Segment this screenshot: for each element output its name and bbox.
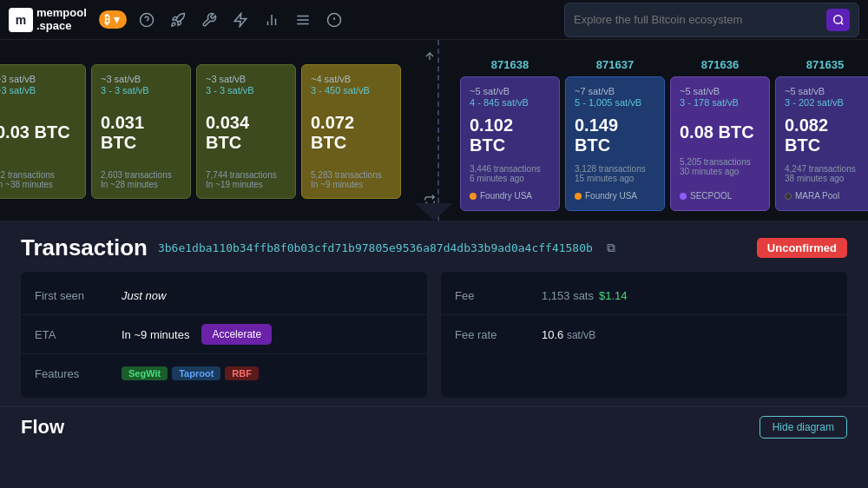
header: m mempool.space ₿ ▾ bbox=[0, 0, 868, 40]
block-sat-range-3: 3 - 3 sat/vB bbox=[206, 85, 286, 96]
conf-pool-3: SECPOOL bbox=[680, 191, 760, 201]
block-txs-4: 5,283 transactions bbox=[311, 170, 391, 180]
copy-icon[interactable]: ⧉ bbox=[607, 241, 615, 255]
features-label: Features bbox=[35, 367, 122, 380]
segwit-badge: SegWit bbox=[122, 366, 168, 380]
nav-icon-help[interactable] bbox=[139, 12, 155, 28]
btc-symbol: ₿ bbox=[104, 13, 110, 26]
conf-sat-range-1: 4 - 845 sat/vB bbox=[470, 97, 550, 108]
pool-dot-1 bbox=[470, 193, 477, 200]
flow-title: Flow bbox=[21, 416, 64, 439]
conf-sat-range-2: 5 - 1,005 sat/vB bbox=[575, 97, 655, 108]
tx-row-eta: ETA In ~9 minutes Accelerate bbox=[21, 315, 427, 354]
tx-row-first-seen: First seen Just now bbox=[21, 277, 427, 315]
search-button[interactable] bbox=[826, 9, 850, 31]
fee-rate-label: Fee rate bbox=[455, 328, 542, 341]
block-time-4: In ~9 minutes bbox=[311, 180, 391, 189]
block-btc-4: 0.072 BTC bbox=[311, 113, 391, 153]
confirmed-block-2[interactable]: 871637 ~7 sat/vB 5 - 1,005 sat/vB 0.149 … bbox=[565, 76, 665, 211]
conf-sat-3: ~5 sat/vB bbox=[680, 86, 760, 96]
eta-value: In ~9 minutes bbox=[122, 328, 189, 341]
tx-row-fee-rate: Fee rate 10.6 sat/vB bbox=[441, 315, 847, 353]
block-sat-2: ~3 sat/vB bbox=[101, 74, 181, 84]
tx-row-fee: Fee 1,153 sats $1.14 bbox=[441, 277, 847, 315]
block-number-1: 871638 bbox=[491, 58, 529, 71]
block-time-2: In ~28 minutes bbox=[101, 180, 181, 189]
block-time-1: In ~38 minutes bbox=[0, 180, 76, 189]
nav-icon-lightning[interactable] bbox=[233, 12, 248, 28]
block-btc-1: 0.03 BTC bbox=[0, 122, 76, 142]
nav-icon-menu[interactable] bbox=[295, 12, 311, 28]
block-sat-range-2: 3 - 3 sat/vB bbox=[101, 85, 181, 96]
sort-icon-top[interactable] bbox=[424, 50, 436, 66]
upcoming-block-1[interactable]: ~3 sat/vB ~3 sat/vB 0.03 BTC 42 transact… bbox=[0, 64, 86, 199]
separator-line bbox=[437, 40, 439, 221]
logo[interactable]: m mempool.space bbox=[9, 7, 87, 32]
block-sat-3: ~3 sat/vB bbox=[206, 74, 286, 84]
block-sat-1: ~3 sat/vB bbox=[0, 74, 76, 84]
upcoming-block-3[interactable]: ~3 sat/vB 3 - 3 sat/vB 0.034 BTC 7,744 t… bbox=[196, 64, 296, 199]
nav-icon-rocket[interactable] bbox=[170, 12, 186, 28]
tx-col-left: First seen Just now ETA In ~9 minutes Ac… bbox=[21, 272, 427, 398]
conf-btc-3: 0.08 BTC bbox=[680, 122, 760, 142]
fee-usd: $1.14 bbox=[599, 289, 628, 302]
logo-text: mempool.space bbox=[36, 7, 87, 32]
pool-name-1: Foundry USA bbox=[480, 191, 532, 201]
fee-rate-value: 10.6 sat/vB bbox=[542, 328, 595, 341]
svg-point-12 bbox=[833, 15, 841, 23]
upcoming-blocks: ~3 sat/vB ~3 sat/vB 0.03 BTC 42 transact… bbox=[0, 40, 417, 222]
tx-row-features: Features SegWit Taproot RBF bbox=[21, 354, 427, 392]
blocks-area: ~3 sat/vB ~3 sat/vB 0.03 BTC 42 transact… bbox=[0, 40, 868, 222]
confirmed-blocks: 871638 ~5 sat/vB 4 - 845 sat/vB 0.102 BT… bbox=[451, 40, 868, 222]
tx-title: Transaction bbox=[21, 234, 148, 261]
hide-diagram-button[interactable]: Hide diagram bbox=[760, 416, 847, 439]
block-txs-3: 7,744 transactions bbox=[206, 170, 286, 180]
pool-dot-3 bbox=[680, 193, 687, 200]
pool-name-3: SECPOOL bbox=[690, 191, 732, 201]
block-sat-4: ~4 sat/vB bbox=[311, 74, 391, 84]
block-number-4: 871635 bbox=[806, 58, 844, 71]
btc-badge[interactable]: ₿ ▾ bbox=[99, 10, 127, 29]
upcoming-block-2[interactable]: ~3 sat/vB 3 - 3 sat/vB 0.031 BTC 2,603 t… bbox=[91, 64, 191, 199]
nav-icon-info[interactable] bbox=[326, 12, 342, 28]
confirmed-block-1[interactable]: 871638 ~5 sat/vB 4 - 845 sat/vB 0.102 BT… bbox=[460, 76, 560, 211]
pool-name-2: Foundry USA bbox=[585, 191, 637, 201]
fee-sats: 1,153 sats bbox=[542, 289, 594, 302]
conf-sat-range-3: 3 - 178 sat/vB bbox=[680, 97, 760, 108]
nav-bar bbox=[139, 12, 342, 28]
conf-time-1: 6 minutes ago bbox=[470, 174, 550, 183]
unconfirmed-badge: Unconfirmed bbox=[757, 238, 847, 258]
search-input[interactable] bbox=[574, 13, 818, 26]
block-txs-2: 2,603 transactions bbox=[101, 170, 181, 180]
block-sat-range-4: 3 - 450 sat/vB bbox=[311, 85, 391, 96]
conf-time-2: 15 minutes ago bbox=[575, 174, 655, 183]
taproot-badge: Taproot bbox=[172, 366, 220, 380]
tx-hash[interactable]: 3b6e1dba110b34ffb8f0b03cfd71b97805e9536a… bbox=[158, 241, 593, 254]
conf-sat-range-4: 3 - 202 sat/vB bbox=[785, 97, 865, 108]
nav-icon-chart[interactable] bbox=[264, 12, 279, 28]
block-txs-1: 42 transactions bbox=[0, 170, 76, 180]
block-number-2: 871637 bbox=[596, 58, 634, 71]
conf-btc-4: 0.082 BTC bbox=[785, 115, 865, 155]
tx-title-row: Transaction 3b6e1dba110b34ffb8f0b03cfd71… bbox=[21, 234, 847, 261]
confirmed-block-3[interactable]: 871636 ~5 sat/vB 3 - 178 sat/vB 0.08 BTC… bbox=[670, 76, 770, 211]
nav-icon-pick[interactable] bbox=[201, 12, 217, 28]
conf-pool-2: Foundry USA bbox=[575, 191, 655, 201]
tx-col-right: Fee 1,153 sats $1.14 Fee rate 10.6 sat/v… bbox=[441, 272, 847, 398]
accelerate-button[interactable]: Accelerate bbox=[201, 324, 272, 345]
first-seen-label: First seen bbox=[35, 289, 122, 302]
confirmed-block-4[interactable]: 871635 ~5 sat/vB 3 - 202 sat/vB 0.082 BT… bbox=[775, 76, 868, 211]
pool-dot-2 bbox=[575, 193, 582, 200]
svg-marker-2 bbox=[234, 13, 247, 26]
conf-btc-2: 0.149 BTC bbox=[575, 115, 655, 155]
rbf-badge: RBF bbox=[225, 366, 259, 380]
block-time-3: In ~19 minutes bbox=[206, 180, 286, 189]
pool-dot-4 bbox=[785, 193, 792, 200]
conf-txs-4: 4,247 transactions bbox=[785, 164, 865, 174]
transaction-section: Transaction 3b6e1dba110b34ffb8f0b03cfd71… bbox=[0, 222, 868, 406]
conf-txs-3: 5,205 transactions bbox=[680, 157, 760, 167]
pool-name-4: MARA Pool bbox=[795, 191, 839, 201]
block-btc-3: 0.034 BTC bbox=[206, 113, 286, 153]
upcoming-block-4[interactable]: ~4 sat/vB 3 - 450 sat/vB 0.072 BTC 5,283… bbox=[301, 64, 401, 199]
block-sat-range-1: ~3 sat/vB bbox=[0, 85, 76, 96]
